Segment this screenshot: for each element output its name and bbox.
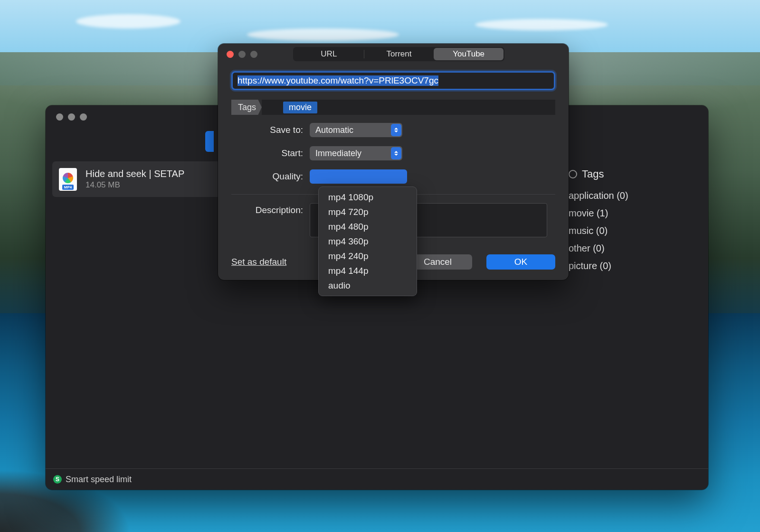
quality-dropdown-menu: mp4 1080p mp4 720p mp4 480p mp4 360p mp4…	[318, 187, 417, 296]
cloud	[247, 28, 399, 41]
tags-sidebar: Tags application (0) movie (1) music (0)…	[569, 161, 702, 468]
tag-pill[interactable]: movie	[283, 102, 317, 113]
close-button[interactable]	[227, 51, 234, 58]
minimize-button[interactable]	[238, 51, 246, 58]
stepper-icon	[391, 124, 401, 136]
tag-item-other[interactable]: other (0)	[569, 240, 702, 257]
set-as-default-link[interactable]: Set as default	[231, 257, 286, 267]
ok-button[interactable]: OK	[486, 254, 555, 270]
quality-option[interactable]: audio	[322, 278, 414, 293]
quality-option[interactable]: mp4 480p	[322, 219, 414, 234]
quality-option[interactable]: mp4 144p	[322, 263, 414, 278]
tag-item-picture[interactable]: picture (0)	[569, 257, 702, 275]
start-select[interactable]: Immediately	[310, 146, 402, 160]
selected-tab-edge	[205, 131, 214, 152]
tab-url[interactable]: URL	[294, 48, 364, 60]
cloud	[475, 19, 608, 30]
quality-option[interactable]: mp4 720p	[322, 205, 414, 219]
tags-row: Tags movie	[231, 100, 555, 115]
minimize-button[interactable]	[68, 113, 75, 121]
tags-header[interactable]: Tags	[569, 168, 702, 180]
tab-youtube[interactable]: YouTube	[434, 48, 504, 60]
cloud	[76, 14, 180, 28]
quality-option[interactable]: mp4 1080p	[322, 190, 414, 205]
dialog-titlebar[interactable]: URL Torrent YouTube	[218, 44, 569, 65]
maximize-button[interactable]	[250, 51, 257, 58]
quality-row: Quality:	[231, 168, 555, 185]
download-size: 14.05 MB	[86, 180, 184, 190]
quality-option[interactable]: mp4 360p	[322, 234, 414, 249]
tags-field[interactable]: movie	[262, 100, 555, 115]
stepper-icon	[391, 147, 401, 159]
quality-label: Quality:	[231, 171, 310, 182]
maximize-button[interactable]	[80, 113, 87, 121]
smart-speed-icon: S	[53, 475, 62, 484]
status-text: Smart speed limit	[66, 475, 132, 485]
quality-select[interactable]	[310, 169, 407, 184]
tag-item-movie[interactable]: movie (1)	[569, 205, 702, 222]
tags-header-label: Tags	[582, 168, 604, 180]
mode-segmented-control: URL Torrent YouTube	[293, 47, 504, 61]
save-to-select[interactable]: Automatic	[310, 123, 402, 137]
description-label: Description:	[231, 203, 310, 215]
url-input[interactable]	[231, 71, 555, 90]
save-to-row: Save to: Automatic	[231, 122, 555, 138]
status-bar: S Smart speed limit	[46, 468, 708, 490]
tag-item-application[interactable]: application (0)	[569, 187, 702, 205]
quality-option[interactable]: mp4 240p	[322, 249, 414, 263]
save-to-label: Save to:	[231, 125, 310, 135]
start-label: Start:	[231, 148, 310, 159]
file-icon: MP4	[59, 168, 77, 191]
radio-icon[interactable]	[569, 170, 577, 178]
start-value: Immediately	[315, 149, 361, 159]
start-row: Start: Immediately	[231, 145, 555, 161]
save-to-value: Automatic	[315, 125, 353, 135]
tags-label: Tags	[231, 100, 262, 115]
close-button[interactable]	[56, 113, 63, 121]
download-title: Hide and seek | SETAP	[86, 168, 184, 179]
tab-torrent[interactable]: Torrent	[364, 48, 434, 60]
file-type-badge: MP4	[62, 185, 74, 190]
tag-item-music[interactable]: music (0)	[569, 222, 702, 240]
